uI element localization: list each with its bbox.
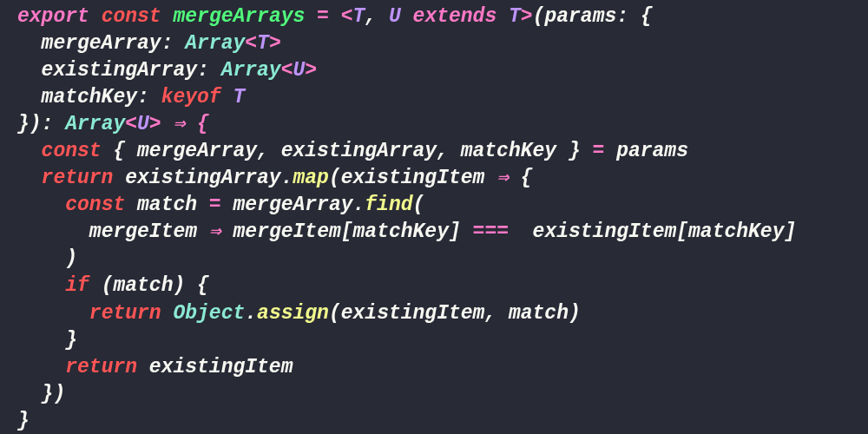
close-brace: }): (17, 113, 65, 135)
angle-bracket: < (281, 59, 293, 82)
dot: . (245, 302, 257, 325)
operator: = (209, 194, 233, 216)
angle-bracket: < (341, 5, 353, 28)
line-9: mergeItem ⇒ mergeItem[matchKey] === exis… (17, 220, 796, 243)
type-param: T (353, 5, 365, 28)
paren: ( (533, 5, 545, 28)
keyword-if: if (65, 274, 89, 297)
var-match: match (125, 194, 209, 216)
keyword-const: const (102, 5, 161, 28)
dot: . (281, 167, 293, 189)
angle-bracket: < (245, 32, 257, 55)
expression: existingItem[matchKey] (509, 220, 796, 243)
line-6: const { mergeArray, existingArray, match… (17, 140, 688, 162)
line-16: } (17, 410, 30, 432)
type-param: T (509, 5, 521, 28)
prop-key: existingArray (42, 59, 197, 82)
keyword-const: const (42, 140, 102, 162)
prop-key: mergeArray (42, 32, 161, 55)
type-array: Array (221, 59, 281, 82)
operator-eq: === (473, 220, 509, 243)
keyword-export: export (17, 5, 89, 28)
line-4: matchKey: keyof T (17, 86, 245, 108)
close-paren: ) (65, 247, 77, 270)
comma: , (365, 5, 389, 28)
dot: . (353, 194, 365, 216)
line-12: return Object.assign(existingItem, match… (17, 302, 581, 325)
variable: existingItem (137, 356, 293, 378)
line-13: } (17, 329, 77, 352)
keyword-return: return (65, 356, 137, 378)
angle-bracket: < (125, 113, 137, 135)
arrow: ⇒ { (161, 113, 209, 135)
colon-brace: : { (616, 5, 652, 28)
paren: ( (413, 194, 425, 216)
code-block: export const mergeArrays = <T, U extends… (0, 0, 868, 434)
close-brace-paren: }) (42, 383, 66, 405)
paren-param: (existingItem (329, 167, 496, 189)
line-8: const match = mergeArray.find( (17, 194, 424, 216)
angle-bracket: > (305, 59, 317, 82)
keyword-keyof: keyof (161, 86, 221, 108)
line-15: }) (17, 383, 65, 405)
line-14: return existingItem (17, 356, 293, 378)
function-name: mergeArrays (173, 5, 305, 28)
brace: { (509, 167, 533, 189)
line-10: ) (17, 247, 77, 270)
type-param: T (257, 32, 269, 55)
method-assign: assign (257, 302, 329, 325)
angle-bracket: > (149, 113, 161, 135)
operator: = (305, 5, 340, 28)
line-5: }): Array<U> ⇒ { (17, 113, 209, 135)
variable: existingArray (113, 167, 280, 189)
angle-bracket: > (521, 5, 533, 28)
object-global: Object (161, 302, 246, 325)
type-array: Array (65, 113, 125, 135)
condition: (match) { (89, 274, 209, 297)
prop-key: matchKey (42, 86, 137, 108)
method-map: map (293, 167, 328, 189)
type-param: U (137, 113, 149, 135)
param-name: params (544, 5, 616, 28)
operator: = (593, 140, 605, 162)
arrow: ⇒ (209, 220, 221, 243)
type-param: T (233, 86, 245, 108)
variable: mergeArray (233, 194, 352, 216)
line-2: mergeArray: Array<T> (17, 32, 281, 55)
colon: : (161, 32, 186, 55)
keyword-extends: extends (413, 5, 497, 28)
destructure: { mergeArray, existingArray, matchKey } (102, 140, 593, 162)
args: (existingItem, match) (329, 302, 581, 325)
type-param: U (389, 5, 401, 28)
line-3: existingArray: Array<U> (17, 59, 317, 82)
line-11: if (match) { (17, 274, 209, 297)
keyword-const: const (65, 194, 125, 216)
line-1: export const mergeArrays = <T, U extends… (17, 5, 653, 28)
type-param: U (293, 59, 305, 82)
colon: : (197, 59, 221, 82)
var-params: params (604, 140, 688, 162)
expression: mergeItem[matchKey] (221, 220, 473, 243)
colon: : (137, 86, 161, 108)
close-brace: } (17, 410, 30, 432)
line-7: return existingArray.map(existingItem ⇒ … (17, 167, 533, 189)
type-array: Array (185, 32, 245, 55)
keyword-return: return (89, 302, 161, 325)
param: mergeItem (89, 220, 209, 243)
close-brace: } (65, 329, 77, 352)
keyword-return: return (42, 167, 114, 189)
angle-bracket: > (269, 32, 281, 55)
arrow: ⇒ (496, 167, 509, 189)
method-find: find (365, 194, 412, 216)
